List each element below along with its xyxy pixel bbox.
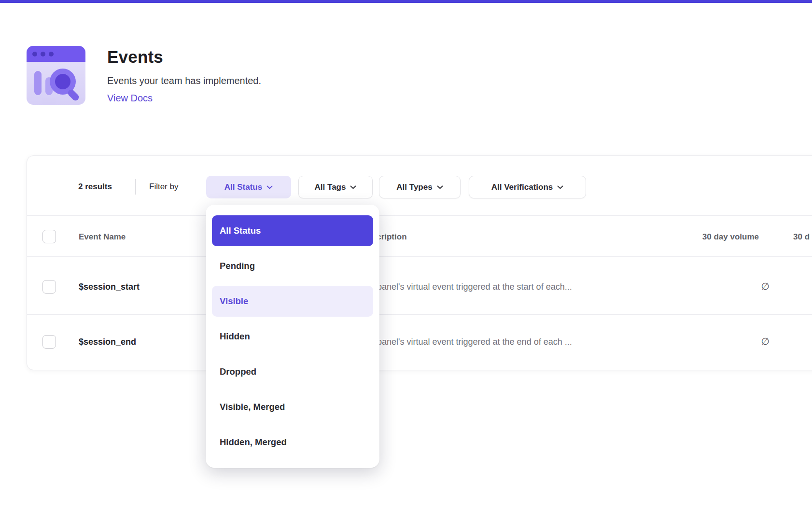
filter-divider bbox=[135, 179, 136, 195]
page-subtitle: Events your team has implemented. bbox=[107, 75, 261, 86]
event-volume-session-start: ∅ bbox=[655, 281, 770, 292]
page-title: Events bbox=[107, 47, 163, 67]
row-divider bbox=[27, 256, 812, 257]
row-checkbox-session-end[interactable] bbox=[42, 335, 56, 349]
results-count: 2 results bbox=[78, 182, 112, 192]
column-header-event-name[interactable]: Event Name bbox=[79, 232, 126, 242]
filter-chip-tags-label: All Tags bbox=[315, 182, 346, 192]
status-option-visible[interactable]: Visible bbox=[212, 286, 373, 317]
column-header-30-day-volume[interactable]: 30 day volume bbox=[655, 232, 759, 242]
filter-chip-status-label: All Status bbox=[224, 182, 262, 192]
chevron-down-icon bbox=[266, 185, 273, 189]
status-filter-dropdown-menu: All Status Pending Visible Hidden Droppe… bbox=[206, 205, 379, 468]
events-table-card: 2 results Filter by All Status All Tags … bbox=[27, 155, 812, 370]
status-option-hidden-merged[interactable]: Hidden, Merged bbox=[212, 427, 373, 458]
event-description-session-end: panel's virtual event triggered at the e… bbox=[377, 337, 572, 347]
status-option-visible-merged[interactable]: Visible, Merged bbox=[212, 392, 373, 422]
event-name-session-start[interactable]: $session_start bbox=[79, 282, 140, 292]
status-option-all-status[interactable]: All Status bbox=[212, 215, 373, 246]
filter-chip-types[interactable]: All Types bbox=[379, 176, 461, 198]
filter-chip-status[interactable]: All Status bbox=[206, 176, 291, 198]
status-option-pending[interactable]: Pending bbox=[212, 251, 373, 281]
row-divider bbox=[27, 314, 812, 315]
row-checkbox-session-start[interactable] bbox=[42, 280, 56, 294]
select-all-checkbox[interactable] bbox=[42, 230, 56, 243]
status-option-dropped[interactable]: Dropped bbox=[212, 356, 373, 387]
status-option-hidden[interactable]: Hidden bbox=[212, 321, 373, 352]
brand-top-bar bbox=[0, 0, 812, 3]
table-header-top-border bbox=[27, 215, 812, 216]
column-header-clipped[interactable]: 30 d bbox=[793, 232, 810, 242]
chevron-down-icon bbox=[350, 185, 356, 189]
filter-chip-types-label: All Types bbox=[396, 182, 432, 192]
filter-chip-verifications[interactable]: All Verifications bbox=[469, 176, 586, 198]
filter-chip-tags[interactable]: All Tags bbox=[298, 176, 373, 198]
chevron-down-icon bbox=[557, 185, 563, 189]
event-volume-session-end: ∅ bbox=[655, 336, 770, 347]
events-app-icon bbox=[27, 46, 85, 105]
event-name-session-end[interactable]: $session_end bbox=[79, 337, 136, 347]
view-docs-link[interactable]: View Docs bbox=[107, 93, 153, 104]
event-description-session-start: panel's virtual event triggered at the s… bbox=[377, 282, 572, 292]
chevron-down-icon bbox=[437, 185, 443, 189]
filter-chip-verifications-label: All Verifications bbox=[491, 182, 553, 192]
browser-chart-search-icon bbox=[27, 46, 85, 105]
filter-by-label: Filter by bbox=[149, 182, 178, 192]
